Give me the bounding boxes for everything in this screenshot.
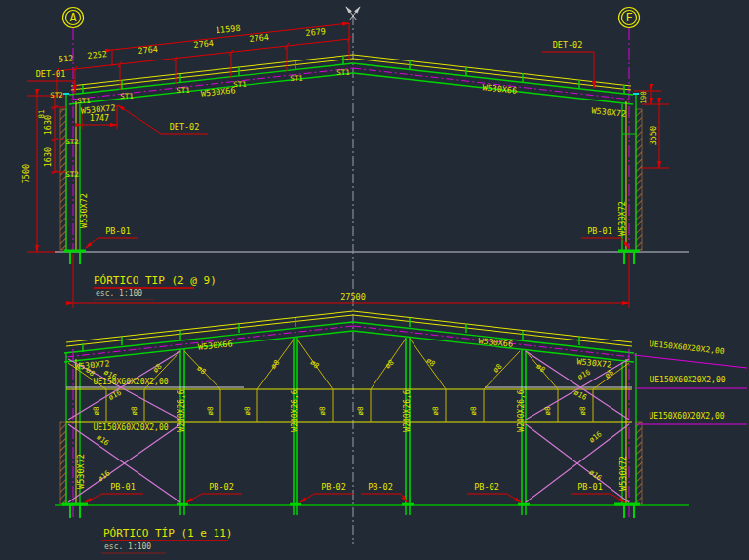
rod-diameter-label: ø8 [356,406,365,416]
stiffener-label: ST2 [65,138,79,146]
member-size-label: W200X26,6 [291,389,299,432]
grid-bubble-letter: A [69,11,77,24]
detail-callout-label: DET-02 [170,122,200,132]
dim-label: 2252 [87,49,107,60]
girt-size-label: UE150X60X20X2,00 [649,412,724,420]
member-size-label: W530X72 [79,193,89,228]
member-size-label: W530X72 [618,456,628,491]
top-view-labels: AF1159851222522764276427642679DET-01DET-… [21,11,658,301]
member-size-label: W530X66 [478,336,514,349]
base-plate-label: PB-01 [105,226,131,236]
rod-diameter-label: ø16 [107,387,124,402]
stiffener-label: ST1 [77,97,91,105]
rod-diameter-label: ø8 [206,406,215,416]
dim-label: 512 [59,53,74,64]
dim-label: 2679 [305,26,326,38]
member-size-label: W530X66 [482,82,518,96]
member-size-label: W200X26,6 [517,389,526,432]
dim-label: 11598 [215,23,240,36]
member-size-label: W530X72 [576,356,612,370]
stiffener-label: ST1 [290,74,303,83]
stiffener-label: ST1 [336,68,350,77]
rod-diameter-label: ø8 [603,367,615,380]
dim-label: 1630 [43,115,53,135]
drawing-canvas[interactable]: AF1159851222522764276427642679DET-01DET-… [0,0,749,560]
stiffener-label: ST1 [120,92,134,100]
rod-diameter-label: ø8 [431,406,440,416]
girt-size-label: UE150X60X20X2,00 [93,423,168,432]
base-plate-label: PB-01 [110,482,136,492]
base-plate-label: PB-01 [577,482,603,492]
member-size-label: W200X26,6 [403,389,412,432]
rod-diameter-label: ø16 [587,429,604,445]
grid-centerlines [73,28,629,250]
rod-diameter-label: ø8 [469,406,478,416]
corner-column-right [622,349,642,517]
rod-diameter-label: ø8 [130,406,138,416]
bottom-view: W530X72W530X66W530X66W530X72UE150X60X20X… [55,311,747,553]
member-size-label: W530X72 [617,201,627,236]
base-plate-label: PB-02 [321,482,346,492]
view-scale-label: esc. 1:100 [104,542,151,551]
corner-column-left [60,349,80,517]
grid-bubble-letter: F [625,11,632,24]
dim-label: 7500 [21,164,31,183]
base-plate-label: PB-02 [209,482,234,492]
rod-diameter-label: ø8 [269,358,282,371]
girt-size-label: UE150X60X20X2,00 [93,378,168,386]
dim-label: 1747 [90,113,109,123]
dim-label: 3550 [649,126,658,145]
rod-diameter-label: ø8 [578,406,587,416]
view-title: PÓRTICO TÍP (1 e 11) [103,527,232,540]
rod-diameter-label: ø16 [587,467,604,483]
detail-callout-label: DET-02 [553,40,583,50]
stiffener-label: ST1 [177,86,190,95]
rod-diameter-label: ø8 [92,406,100,416]
stiffener-label: ST1 [233,80,247,89]
dimension-lines [27,23,669,308]
rod-diameter-label: ø16 [576,367,593,381]
member-size-label: W530X72 [76,454,86,489]
rod-diameter-label: ø16 [95,432,111,448]
dim-label: 2764 [249,32,269,44]
dim-label: 1630 [43,147,53,167]
detail-callout-label: DET-01 [36,69,66,79]
leader-lines [85,494,625,553]
view-title: PÓRTICO TIP (2 @ 9) [94,274,217,287]
view-scale-label: esc. 1:100 [96,289,142,298]
rafter-left [64,311,353,362]
cad-viewport: AF1159851222522764276427642679DET-01DET-… [0,0,749,560]
member-size-label: W530X66 [200,85,236,99]
dim-label: 2764 [138,44,158,56]
dim-label: 190 [639,91,648,104]
member-size-label: W530X72 [591,105,627,119]
bottom-view-labels: W530X72W530X66W530X66W530X72UE150X60X20X… [74,336,725,551]
girt-size-label: UE150X60X20X2,00 [649,340,725,356]
rod-diameter-label: ø8 [318,406,327,416]
rod-diameter-label: ø8 [424,356,437,369]
base-plate-label: PB-02 [474,482,499,492]
stiffener-label: ST2 [50,91,63,100]
member-size-label: W530X66 [197,339,233,352]
base-plates [62,504,640,518]
girts [66,387,632,422]
dim-label: 2764 [193,38,214,50]
rod-diameter-label: ø8 [151,362,164,375]
rod-diameter-label: ø16 [572,388,589,403]
stiffener-label: ST2 [65,170,79,179]
rod-diameter-label: ø8 [243,406,252,416]
rafter-right [353,55,633,104]
base-plates [64,251,640,264]
rod-diameter-label: ø8 [308,358,321,371]
base-plate-label: PB-01 [587,226,612,236]
rod-diameter-label: ø8 [492,362,504,375]
dim-label: 27500 [340,292,366,301]
rod-diameter-label: ø8 [543,406,552,416]
girt-size-label: UE150X60X20X2,00 [650,376,725,384]
base-plate-label: PB-02 [368,482,393,492]
member-size-label: W200X26,6 [177,389,186,432]
top-view: AF1159851222522764276427642679DET-01DET-… [21,7,689,310]
